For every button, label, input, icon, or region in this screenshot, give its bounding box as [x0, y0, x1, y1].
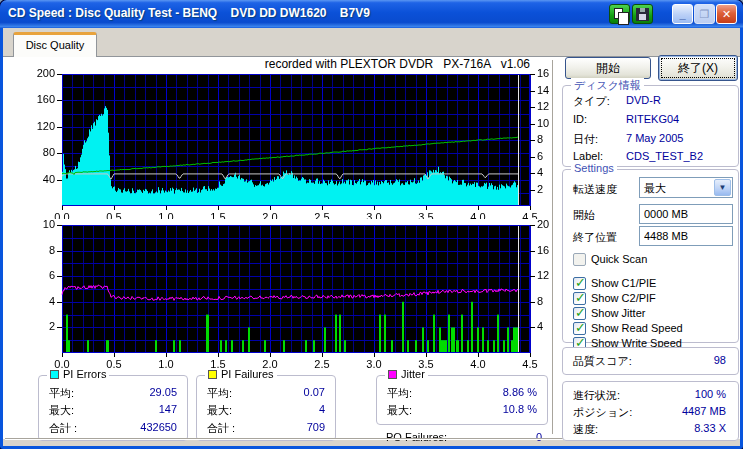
jitter-legend-title: Jitter: [385, 368, 428, 380]
quick-scan-label: Quick Scan: [591, 253, 647, 265]
end-position-label: 終了位置: [573, 230, 617, 245]
pi-errors-legend-title: PI Errors: [47, 368, 109, 380]
progress-box: 進行状況:100 % ポジション:4487 MB 速度:8.33 X: [562, 381, 739, 441]
disc-type-row: タイプ:DVD-R: [573, 94, 610, 109]
pi-failures-average-row: 平均:0.07: [207, 386, 325, 401]
show-c1-pie-label: Show C1/PIE: [591, 277, 656, 289]
settings-box: Settings 転送速度 最大 ▼ 開始 終了位置 ✓ Quick Scan …: [562, 169, 739, 343]
pi-errors-legend-box: PI Errors 平均:29.05 最大:147 合計 :432650: [38, 375, 188, 441]
pi-failures-max-row: 最大:4: [207, 403, 325, 418]
pi-failures-legend-title: PI Failures: [205, 368, 277, 380]
chevron-down-icon[interactable]: ▼: [714, 179, 731, 196]
pi-failures-legend-box: PI Failures 平均:0.07 最大:4 合計 :709: [196, 375, 336, 441]
position-row: ポジション:4487 MB: [573, 405, 726, 420]
disc-date-row: 日付:7 May 2005: [573, 132, 598, 147]
jitter-legend-box: Jitter 平均:8.86 % 最大:10.8 %: [376, 375, 548, 425]
app-window: CD Speed : Disc Quality Test - BENQ DVD …: [0, 0, 743, 449]
pi-errors-swatch-icon: [50, 370, 59, 379]
transfer-speed-label: 転送速度: [573, 182, 617, 197]
pi-errors-chart: [30, 63, 556, 219]
start-position-label: 開始: [573, 208, 595, 223]
jitter-swatch-icon: [388, 370, 397, 379]
pi-failures-swatch-icon: [208, 370, 217, 379]
pi-failures-jitter-chart: [30, 219, 556, 371]
title-bar: CD Speed : Disc Quality Test - BENQ DVD …: [0, 0, 743, 28]
tab-disc-quality[interactable]: Disc Quality: [13, 32, 97, 57]
speed-row: 速度:8.33 X: [573, 422, 726, 437]
save-results-button[interactable]: [632, 4, 653, 24]
vertical-separator: [552, 60, 554, 434]
transfer-speed-combobox[interactable]: 最大 ▼: [639, 177, 733, 198]
show-read-speed-checkbox[interactable]: ✓: [573, 322, 586, 335]
disc-id-row: ID:RITEKG04: [573, 113, 587, 125]
copy-icon: [614, 8, 623, 19]
pi-errors-max-row: 最大:147: [49, 403, 177, 418]
pi-failures-total-row: 合計 :709: [207, 421, 325, 436]
end-position-input[interactable]: [639, 226, 733, 246]
start-position-input[interactable]: [639, 204, 733, 224]
minimize-button[interactable]: _: [672, 4, 693, 24]
show-read-speed-label: Show Read Speed: [591, 322, 683, 334]
close-button[interactable]: ✕: [716, 4, 737, 24]
copy-to-clipboard-button[interactable]: [609, 4, 630, 24]
quick-scan-checkbox[interactable]: ✓: [573, 253, 586, 266]
transfer-speed-value: 最大: [644, 181, 666, 196]
settings-title: Settings: [571, 162, 617, 174]
quality-score-row: 品質スコア:98: [573, 354, 726, 369]
show-jitter-checkbox[interactable]: ✓: [573, 307, 586, 320]
show-c2-pif-checkbox[interactable]: ✓: [573, 292, 586, 305]
jitter-max-row: 最大:10.8 %: [387, 403, 537, 418]
maximize-button: ❐: [694, 4, 715, 24]
tab-page: recorded with PLEXTOR DVDR PX-716A v1.06…: [3, 56, 740, 439]
window-title: CD Speed : Disc Quality Test - BENQ DVD …: [8, 6, 370, 20]
quality-score-box: 品質スコア:98: [562, 347, 739, 375]
exit-button[interactable]: 終了(X): [658, 55, 738, 81]
start-button[interactable]: 開始: [565, 57, 651, 79]
po-failures-row: PO Failures:0: [386, 431, 542, 443]
save-icon: [636, 8, 649, 21]
disc-info-title: ディスク情報: [571, 78, 644, 93]
pi-errors-average-row: 平均:29.05: [49, 386, 177, 401]
progress-row: 進行状況:100 %: [573, 388, 726, 403]
show-c2-pif-label: Show C2/PIF: [591, 292, 656, 304]
disc-info-box: ディスク情報 タイプ:DVD-R ID:RITEKG04 日付:7 May 20…: [562, 85, 739, 167]
jitter-average-row: 平均:8.86 %: [387, 386, 537, 401]
disc-label-row: Label:CDS_TEST_B2: [573, 150, 603, 162]
show-jitter-label: Show Jitter: [591, 307, 645, 319]
pi-errors-total-row: 合計 :432650: [49, 421, 177, 436]
show-c1-pie-checkbox[interactable]: ✓: [573, 277, 586, 290]
window-content: Disc Quality recorded with PLEXTOR DVDR …: [3, 28, 740, 446]
